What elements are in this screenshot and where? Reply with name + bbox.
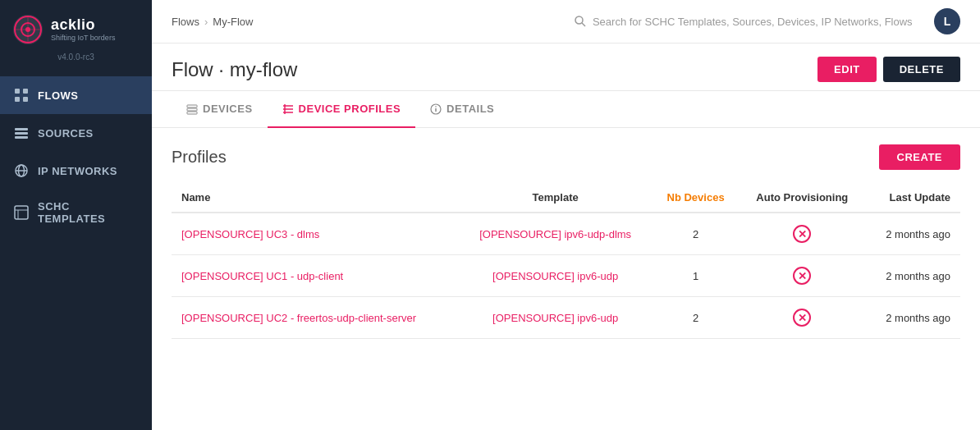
- sidebar: acklio Shifting IoT borders v4.0.0-rc3 F…: [0, 0, 152, 430]
- ip-networks-icon: [13, 162, 30, 179]
- col-auto-provisioning: Auto Provisioning: [740, 183, 865, 213]
- sidebar-item-ip-networks[interactable]: IP NETWORKS: [0, 152, 152, 190]
- svg-rect-21: [187, 105, 197, 108]
- breadcrumb-root[interactable]: Flows: [172, 16, 199, 28]
- cell-template-2[interactable]: [OPENSOURCE] ipv6-udp: [459, 297, 653, 339]
- schc-templates-icon: [13, 204, 30, 221]
- tabs: DEVICES DEVICE PROFILES DETAILS: [152, 91, 980, 128]
- cell-auto-provisioning-2: ✕: [740, 297, 865, 339]
- devices-tab-icon: [186, 103, 198, 115]
- auto-provisioning-icon-2: ✕: [793, 309, 811, 327]
- cell-nb-devices-0: 2: [653, 213, 740, 255]
- page-title-prefix: Flow ·: [172, 58, 230, 80]
- section-header: Profiles CREATE: [172, 144, 960, 170]
- auto-provisioning-icon-1: ✕: [793, 267, 811, 285]
- cell-name-2[interactable]: [OPENSOURCE] UC2 - freertos-udp-client-s…: [172, 297, 459, 339]
- table-row: [OPENSOURCE] UC2 - freertos-udp-client-s…: [172, 297, 960, 339]
- sidebar-item-schc-templates[interactable]: SCHC TEMPLATES: [0, 190, 152, 236]
- search-placeholder: Search for SCHC Templates, Sources, Devi…: [593, 16, 913, 28]
- cell-auto-provisioning-1: ✕: [740, 255, 865, 297]
- template-link-1[interactable]: [OPENSOURCE] ipv6-udp: [492, 270, 618, 282]
- svg-rect-9: [23, 97, 28, 102]
- svg-point-19: [575, 16, 583, 24]
- tab-device-profiles[interactable]: DEVICE PROFILES: [268, 91, 416, 128]
- svg-rect-11: [15, 132, 28, 135]
- device-profiles-tab-icon: [282, 103, 294, 115]
- profile-link-0[interactable]: [OPENSOURCE] UC3 - dlms: [181, 228, 319, 240]
- logo-subtitle: Shifting IoT borders: [51, 34, 115, 43]
- logo-area: acklio Shifting IoT borders: [0, 0, 152, 53]
- sidebar-item-sources-label: SOURCES: [38, 127, 94, 140]
- template-link-0[interactable]: [OPENSOURCE] ipv6-udp-dlms: [479, 228, 631, 240]
- tab-details-label: DETAILS: [446, 103, 494, 115]
- tab-devices-label: DEVICES: [203, 103, 253, 115]
- svg-rect-12: [15, 136, 28, 139]
- acklio-logo-icon: [11, 13, 44, 46]
- cell-template-0[interactable]: [OPENSOURCE] ipv6-udp-dlms: [459, 213, 653, 255]
- section-title: Profiles: [172, 148, 879, 167]
- search-icon: [575, 16, 586, 27]
- version-label: v4.0.0-rc3: [0, 53, 152, 73]
- cell-nb-devices-1: 1: [653, 255, 740, 297]
- cell-nb-devices-2: 2: [653, 297, 740, 339]
- svg-rect-22: [187, 108, 197, 111]
- breadcrumb-separator: ›: [204, 16, 208, 28]
- sidebar-item-schc-templates-label: SCHC TEMPLATES: [38, 200, 139, 225]
- svg-rect-10: [15, 128, 28, 130]
- tab-details[interactable]: DETAILS: [415, 91, 509, 128]
- sidebar-item-flows[interactable]: FLOWS: [0, 76, 152, 114]
- profile-link-1[interactable]: [OPENSOURCE] UC1 - udp-client: [181, 270, 343, 282]
- topbar: Flows › My-Flow Search for SCHC Template…: [152, 0, 980, 43]
- col-nb-devices: Nb Devices: [653, 183, 740, 213]
- profiles-table: Name Template Nb Devices Auto Provisioni…: [172, 183, 960, 339]
- logo-text: acklio: [51, 16, 115, 34]
- template-link-2[interactable]: [OPENSOURCE] ipv6-udp: [492, 312, 618, 324]
- search-bar[interactable]: Search for SCHC Templates, Sources, Devi…: [553, 16, 935, 28]
- svg-rect-6: [15, 89, 20, 94]
- table-row: [OPENSOURCE] UC3 - dlms [OPENSOURCE] ipv…: [172, 213, 960, 255]
- user-avatar[interactable]: L: [934, 8, 960, 34]
- sidebar-item-ip-networks-label: IP NETWORKS: [38, 165, 117, 177]
- col-template: Template: [459, 183, 653, 213]
- cell-name-1[interactable]: [OPENSOURCE] UC1 - udp-client: [172, 255, 459, 297]
- svg-rect-23: [187, 112, 197, 114]
- cell-auto-provisioning-0: ✕: [740, 213, 865, 255]
- page-title: Flow · my-flow: [172, 58, 817, 81]
- details-tab-icon: [430, 103, 442, 115]
- tab-devices[interactable]: DEVICES: [172, 91, 268, 128]
- cell-last-update-2: 2 months ago: [865, 297, 960, 339]
- table-row: [OPENSOURCE] UC1 - udp-client [OPENSOURC…: [172, 255, 960, 297]
- breadcrumb-current: My-Flow: [213, 16, 253, 28]
- svg-rect-7: [23, 89, 28, 94]
- sidebar-item-sources[interactable]: SOURCES: [0, 114, 152, 152]
- delete-button[interactable]: DELETE: [883, 57, 960, 82]
- auto-provisioning-icon-0: ✕: [793, 225, 811, 243]
- page-header: Flow · my-flow EDIT DELETE: [152, 43, 980, 91]
- breadcrumb: Flows › My-Flow: [172, 16, 553, 28]
- svg-point-30: [435, 106, 437, 108]
- tab-device-profiles-label: DEVICE PROFILES: [299, 103, 401, 115]
- svg-line-20: [582, 23, 585, 26]
- cell-template-1[interactable]: [OPENSOURCE] ipv6-udp: [459, 255, 653, 297]
- svg-rect-16: [15, 206, 28, 219]
- edit-button[interactable]: EDIT: [817, 57, 877, 82]
- content-area: Profiles CREATE Name Template Nb Devices…: [152, 128, 980, 430]
- profile-link-2[interactable]: [OPENSOURCE] UC2 - freertos-udp-client-s…: [181, 312, 416, 324]
- cell-name-0[interactable]: [OPENSOURCE] UC3 - dlms: [172, 213, 459, 255]
- col-name: Name: [172, 183, 459, 213]
- cell-last-update-0: 2 months ago: [865, 213, 960, 255]
- flows-icon: [13, 87, 30, 103]
- sources-icon: [13, 125, 30, 141]
- create-button[interactable]: CREATE: [879, 144, 960, 170]
- main-content: Flows › My-Flow Search for SCHC Template…: [152, 0, 980, 430]
- page-title-name: my-flow: [230, 58, 298, 80]
- cell-last-update-1: 2 months ago: [865, 255, 960, 297]
- col-last-update: Last Update: [865, 183, 960, 213]
- sidebar-nav: FLOWS SOURCES IP NETWORKS: [0, 76, 152, 236]
- sidebar-item-flows-label: FLOWS: [38, 89, 78, 102]
- svg-rect-8: [15, 97, 20, 102]
